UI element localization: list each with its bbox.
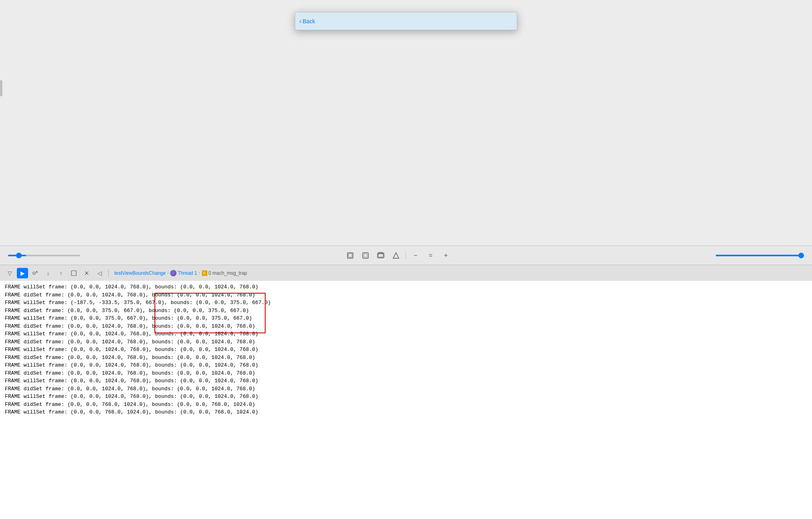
memory-button[interactable]	[81, 268, 92, 278]
slider-thumb[interactable]	[16, 253, 22, 258]
minus-icon: −	[414, 252, 417, 259]
log-line: FRAME willSet frame: (0.0, 0.0, 1024.0, …	[5, 377, 807, 385]
log-line: FRAME didSet frame: (0.0, 0.0, 1024.0, 7…	[5, 369, 807, 377]
log-line: FRAME didSet frame: (0.0, 0.0, 1024.0, 7…	[5, 338, 807, 346]
svg-rect-3	[364, 254, 367, 257]
zoom-slider-left[interactable]	[8, 255, 80, 256]
debug-divider	[108, 269, 109, 277]
log-line: FRAME didSet frame: (0.0, 0.0, 1024.0, 7…	[5, 322, 807, 330]
breadcrumb-thread[interactable]: ⋮ Thread 1	[170, 270, 197, 276]
svg-rect-2	[363, 253, 368, 258]
log-line: FRAME didSet frame: (0.0, 0.0, 375.0, 66…	[5, 307, 807, 315]
toolbar-divider-1	[406, 251, 406, 260]
zoom-controls: − = +	[408, 248, 453, 263]
log-line: FRAME didSet frame: (0.0, 0.0, 1024.0, 7…	[5, 385, 807, 393]
slider-track-right[interactable]	[716, 255, 804, 256]
func-label: 0 mach_msg_trap	[209, 270, 247, 276]
log-line: FRAME willSet frame: (0.0, 0.0, 768.0, 1…	[5, 408, 807, 416]
log-line: FRAME didSet frame: (0.0, 0.0, 1024.0, 7…	[5, 354, 807, 362]
svg-rect-1	[348, 253, 352, 257]
debug-toolbar: ▽ ▶ ↓ ↑ ◁ testViewBoundsChange › ⋮ Threa…	[0, 265, 812, 281]
step-out-button[interactable]: ↑	[55, 268, 67, 278]
breadcrumb-sep-2: ›	[199, 271, 200, 275]
log-line: FRAME willSet frame: (0.0, 0.0, 1024.0, …	[5, 283, 807, 291]
device-frame: ‹ Back	[295, 12, 517, 30]
zoom-slider-right[interactable]	[716, 255, 804, 256]
svg-point-7	[33, 272, 35, 274]
zoom-out-button[interactable]: −	[408, 248, 423, 263]
func-icon: C	[202, 270, 207, 276]
log-line: FRAME willSet frame: (0.0, 0.0, 1024.0, …	[5, 361, 807, 369]
view-hierarchy-button[interactable]	[68, 268, 79, 278]
slider-thumb-right[interactable]	[798, 253, 804, 258]
log-line: FRAME willSet frame: (0.0, 0.0, 1024.0, …	[5, 330, 807, 338]
log-line: FRAME willSet frame: (0.0, 0.0, 1024.0, …	[5, 346, 807, 354]
svg-point-9	[86, 272, 87, 274]
ios-screen: ‹ Back	[295, 12, 517, 30]
thread-label: Thread 1	[178, 270, 197, 276]
step-over-button[interactable]	[30, 268, 41, 278]
log-area[interactable]: FRAME willSet frame: (0.0, 0.0, 1024.0, …	[0, 281, 812, 519]
device-buttons	[343, 248, 403, 263]
svg-rect-8	[71, 271, 76, 276]
step-in-button[interactable]: ↓	[43, 268, 54, 278]
back-chevron-icon: ‹	[299, 18, 301, 25]
frame-button[interactable]	[343, 248, 357, 263]
log-line: FRAME willSet frame: (-187.5, -333.5, 37…	[5, 299, 807, 307]
shape-button[interactable]	[389, 248, 403, 263]
zoom-section-left	[8, 255, 80, 256]
screenshot-button[interactable]	[374, 248, 388, 263]
filter-button[interactable]: ▽	[4, 268, 15, 278]
breadcrumb: testViewBoundsChange › ⋮ Thread 1 › C 0 …	[114, 270, 247, 276]
breadcrumb-sep-1: ›	[167, 271, 168, 275]
back-button[interactable]: ‹ Back	[299, 18, 315, 25]
zoom-in-button[interactable]: +	[439, 248, 453, 263]
back-label: Back	[302, 18, 315, 24]
slider-track-left[interactable]	[8, 255, 80, 256]
log-line: FRAME willSet frame: (0.0, 0.0, 375.0, 6…	[5, 314, 807, 322]
breadcrumb-func[interactable]: C 0 mach_msg_trap	[202, 270, 247, 276]
thread-icon: ⋮	[170, 270, 177, 276]
location-button[interactable]: ◁	[94, 268, 105, 278]
fit-button[interactable]: =	[424, 248, 438, 263]
breadcrumb-app[interactable]: testViewBoundsChange	[114, 270, 166, 276]
nav-bar: ‹ Back	[295, 12, 517, 30]
simulator-toolbar: − = +	[0, 245, 812, 265]
safe-area-button[interactable]	[358, 248, 373, 263]
log-line: FRAME willSet frame: (0.0, 0.0, 1024.0, …	[5, 393, 807, 401]
run-button[interactable]: ▶	[17, 268, 28, 278]
resize-handle[interactable]	[0, 80, 2, 96]
plus-icon: +	[444, 252, 448, 259]
simulator-area: ‹ Back	[0, 0, 812, 245]
log-line: FRAME didSet frame: (0.0, 0.0, 768.0, 10…	[5, 401, 807, 409]
log-line: FRAME didSet frame: (0.0, 0.0, 1024.0, 7…	[5, 291, 807, 299]
equals-icon: =	[429, 252, 432, 259]
